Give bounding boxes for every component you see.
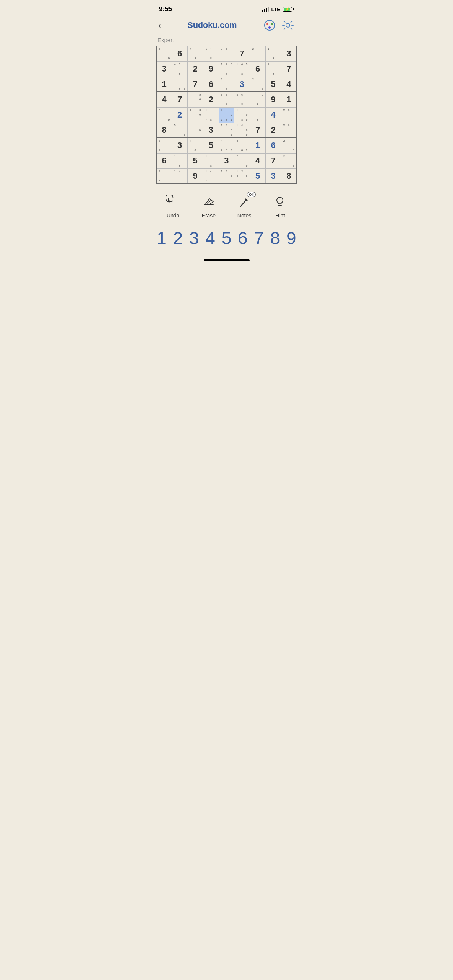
cell-7-5[interactable]: 29: [234, 153, 250, 168]
cell-1-6[interactable]: 6: [250, 61, 266, 77]
cell-1-3[interactable]: 9: [203, 61, 219, 77]
cell-7-7[interactable]: 7: [265, 153, 281, 168]
cell-5-8[interactable]: 56: [281, 122, 297, 138]
numpad-btn-8[interactable]: 8: [268, 229, 282, 247]
cell-6-3[interactable]: 5: [203, 138, 219, 153]
numpad-btn-9[interactable]: 9: [284, 229, 299, 247]
cell-5-6[interactable]: 7: [250, 122, 266, 138]
cell-8-4[interactable]: 146: [219, 168, 234, 184]
cell-2-6[interactable]: 29: [250, 77, 266, 92]
cell-6-8[interactable]: 29: [281, 138, 297, 153]
cell-3-2[interactable]: 36: [188, 92, 203, 107]
cell-2-4[interactable]: 28: [219, 77, 234, 92]
cell-2-1[interactable]: 89: [172, 77, 188, 92]
notes-button[interactable]: Off Notes: [233, 193, 256, 219]
cell-0-8[interactable]: 3: [281, 46, 297, 61]
undo-button[interactable]: Undo: [162, 193, 185, 219]
cell-1-8[interactable]: 7: [281, 61, 297, 77]
cell-6-0[interactable]: 27: [156, 138, 172, 153]
cell-1-2[interactable]: 2: [188, 61, 203, 77]
cell-2-0[interactable]: 1: [156, 77, 172, 92]
cell-8-1[interactable]: 14: [172, 168, 188, 184]
cell-6-4[interactable]: 4789: [219, 138, 234, 153]
cell-4-1[interactable]: 2: [172, 107, 188, 122]
cell-4-3[interactable]: 178: [203, 107, 219, 122]
cell-3-0[interactable]: 4: [156, 92, 172, 107]
cell-1-5[interactable]: 1458: [234, 61, 250, 77]
cell-8-8[interactable]: 8: [281, 168, 297, 184]
cell-2-5[interactable]: 3: [234, 77, 250, 92]
cell-7-8[interactable]: 29: [281, 153, 297, 168]
cell-5-1[interactable]: 59: [172, 122, 188, 138]
cell-4-4[interactable]: 16789: [219, 107, 234, 122]
cell-3-1[interactable]: 7: [172, 92, 188, 107]
cell-7-2[interactable]: 5: [188, 153, 203, 168]
cell-7-4[interactable]: 3: [219, 153, 234, 168]
numpad-btn-3[interactable]: 3: [187, 229, 201, 247]
cell-0-1[interactable]: 6: [172, 46, 188, 61]
cell-2-7[interactable]: 5: [265, 77, 281, 92]
cell-8-7[interactable]: 3: [265, 168, 281, 184]
cell-5-7[interactable]: 2: [265, 122, 281, 138]
cell-3-5[interactable]: 568: [234, 92, 250, 107]
numpad-btn-4[interactable]: 4: [203, 229, 218, 247]
numpad-btn-5[interactable]: 5: [219, 229, 234, 247]
erase-button[interactable]: Erase: [197, 193, 220, 219]
cell-1-7[interactable]: 18: [265, 61, 281, 77]
cell-1-0[interactable]: 3: [156, 61, 172, 77]
cell-2-3[interactable]: 6: [203, 77, 219, 92]
numpad-btn-6[interactable]: 6: [235, 229, 250, 247]
cell-8-0[interactable]: 27: [156, 168, 172, 184]
cell-5-0[interactable]: 8: [156, 122, 172, 138]
cell-5-4[interactable]: 1469: [219, 122, 234, 138]
cell-7-3[interactable]: 18: [203, 153, 219, 168]
cell-4-0[interactable]: 59: [156, 107, 172, 122]
cell-0-6[interactable]: 2: [250, 46, 266, 61]
numpad-btn-2[interactable]: 2: [170, 229, 185, 247]
numpad-btn-1[interactable]: 1: [154, 229, 169, 247]
note-9: [260, 102, 265, 106]
hint-button[interactable]: Hint: [268, 193, 291, 219]
cell-0-3[interactable]: 148: [203, 46, 219, 61]
cell-6-6[interactable]: 1: [250, 138, 266, 153]
cell-7-1[interactable]: 18: [172, 153, 188, 168]
cell-8-6[interactable]: 5: [250, 168, 266, 184]
cell-6-5[interactable]: 489: [234, 138, 250, 153]
cell-3-3[interactable]: 2: [203, 92, 219, 107]
back-button[interactable]: ‹: [158, 20, 162, 31]
cell-2-2[interactable]: 7: [188, 77, 203, 92]
cell-3-8[interactable]: 1: [281, 92, 297, 107]
cell-5-2[interactable]: 6: [188, 122, 203, 138]
cell-0-7[interactable]: 18: [265, 46, 281, 61]
cell-3-4[interactable]: 568: [219, 92, 234, 107]
theme-button[interactable]: [263, 18, 276, 32]
cell-4-7[interactable]: 4: [265, 107, 281, 122]
cell-7-0[interactable]: 6: [156, 153, 172, 168]
cell-0-5[interactable]: 7: [234, 46, 250, 61]
settings-button[interactable]: [281, 18, 295, 32]
cell-0-2[interactable]: 48: [188, 46, 203, 61]
cell-7-6[interactable]: 4: [250, 153, 266, 168]
cell-1-4[interactable]: 1458: [219, 61, 234, 77]
cell-6-7[interactable]: 6: [265, 138, 281, 153]
sudoku-grid[interactable]: 5964814825721833458291458145861871897628…: [156, 46, 297, 184]
cell-4-2[interactable]: 136: [188, 107, 203, 122]
cell-0-4[interactable]: 25: [219, 46, 234, 61]
cell-3-7[interactable]: 9: [265, 92, 281, 107]
cell-4-8[interactable]: 56: [281, 107, 297, 122]
cell-6-2[interactable]: 48: [188, 138, 203, 153]
cell-4-6[interactable]: 38: [250, 107, 266, 122]
numpad-btn-7[interactable]: 7: [252, 229, 266, 247]
cell-6-1[interactable]: 3: [172, 138, 188, 153]
cell-0-0[interactable]: 59: [156, 46, 172, 61]
cell-3-6[interactable]: 38: [250, 92, 266, 107]
cell-2-8[interactable]: 4: [281, 77, 297, 92]
cell-5-5[interactable]: 1469: [234, 122, 250, 138]
cell-1-1[interactable]: 458: [172, 61, 188, 77]
cell-8-2[interactable]: 9: [188, 168, 203, 184]
cell-5-3[interactable]: 3: [203, 122, 219, 138]
cell-4-5[interactable]: 1689: [234, 107, 250, 122]
cell-8-5[interactable]: 1246: [234, 168, 250, 184]
cell-notes: 146: [219, 169, 234, 184]
cell-8-3[interactable]: 147: [203, 168, 219, 184]
